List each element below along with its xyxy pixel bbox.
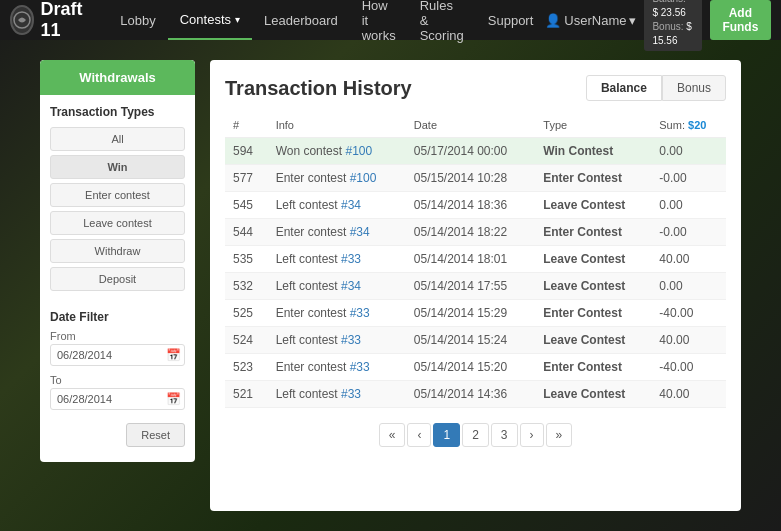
- page-2[interactable]: 2: [462, 423, 489, 447]
- cell-sum: -0.00: [651, 165, 726, 192]
- page-3[interactable]: 3: [491, 423, 518, 447]
- date-filter-title: Date Filter: [50, 310, 185, 324]
- cell-info: Left contest #33: [268, 327, 406, 354]
- to-calendar-icon: 📅: [166, 392, 181, 406]
- table-row: 525 Enter contest #33 05/14/2014 15:29 E…: [225, 300, 726, 327]
- info-link[interactable]: #33: [341, 252, 361, 266]
- cell-date: 05/14/2014 15:20: [406, 354, 535, 381]
- filter-withdraw[interactable]: Withdraw: [50, 239, 185, 263]
- nav-lobby[interactable]: Lobby: [108, 0, 167, 40]
- cell-sum: 0.00: [651, 273, 726, 300]
- cell-id: 594: [225, 138, 268, 165]
- cell-sum: 40.00: [651, 246, 726, 273]
- tab-bonus[interactable]: Bonus: [662, 75, 726, 101]
- username-button[interactable]: 👤 UserName ▾: [545, 13, 636, 28]
- navbar: Draft 11 Lobby Contests ▾ Leaderboard Ho…: [0, 0, 781, 40]
- table-row: 521 Left contest #33 05/14/2014 14:36 Le…: [225, 381, 726, 408]
- nav-contests[interactable]: Contests ▾: [168, 0, 252, 40]
- info-link[interactable]: #34: [341, 198, 361, 212]
- filter-enter-contest[interactable]: Enter contest: [50, 183, 185, 207]
- nav-support[interactable]: Support: [476, 0, 546, 40]
- table-row: 532 Left contest #34 05/14/2014 17:55 Le…: [225, 273, 726, 300]
- tab-balance[interactable]: Balance: [586, 75, 662, 101]
- date-filter-section: Date Filter From 📅 To 📅: [40, 300, 195, 423]
- table-row: 523 Enter contest #33 05/14/2014 15:20 E…: [225, 354, 726, 381]
- from-label: From: [50, 330, 185, 342]
- from-date-input[interactable]: [50, 344, 185, 366]
- to-label: To: [50, 374, 185, 386]
- cell-date: 05/17/2014 00:00: [406, 138, 535, 165]
- info-link[interactable]: #33: [341, 387, 361, 401]
- filter-win[interactable]: Win: [50, 155, 185, 179]
- cell-date: 05/14/2014 17:55: [406, 273, 535, 300]
- cell-date: 05/14/2014 15:29: [406, 300, 535, 327]
- table-row: 524 Left contest #33 05/14/2014 15:24 Le…: [225, 327, 726, 354]
- table-row: 535 Left contest #33 05/14/2014 18:01 Le…: [225, 246, 726, 273]
- add-funds-button[interactable]: Add Funds: [710, 0, 771, 40]
- col-header-info: Info: [268, 113, 406, 138]
- col-header-sum: Sum: $20: [651, 113, 726, 138]
- info-link[interactable]: #34: [350, 225, 370, 239]
- info-link[interactable]: #33: [341, 333, 361, 347]
- right-panel: Transaction History Balance Bonus # Info…: [210, 60, 741, 511]
- table-row: 577 Enter contest #100 05/15/2014 10:28 …: [225, 165, 726, 192]
- sum-total: $20: [688, 119, 706, 131]
- cell-type: Leave Contest: [535, 381, 651, 408]
- from-date-wrap: 📅: [50, 344, 185, 366]
- page-first[interactable]: «: [379, 423, 406, 447]
- col-header-id: #: [225, 113, 268, 138]
- cell-sum: 0.00: [651, 192, 726, 219]
- filter-leave-contest[interactable]: Leave contest: [50, 211, 185, 235]
- filter-deposit[interactable]: Deposit: [50, 267, 185, 291]
- cell-id: 525: [225, 300, 268, 327]
- cell-info: Enter contest #33: [268, 300, 406, 327]
- logo: Draft 11: [10, 0, 93, 41]
- sidebar: Withdrawals Transaction Types All Win En…: [40, 60, 195, 462]
- cell-type: Enter Contest: [535, 300, 651, 327]
- page-next[interactable]: ›: [520, 423, 544, 447]
- page-last[interactable]: »: [546, 423, 573, 447]
- cell-info: Left contest #33: [268, 381, 406, 408]
- info-link[interactable]: #33: [350, 306, 370, 320]
- cell-info: Left contest #34: [268, 273, 406, 300]
- col-header-type: Type: [535, 113, 651, 138]
- info-link[interactable]: #34: [341, 279, 361, 293]
- cell-info: Won contest #100: [268, 138, 406, 165]
- page-prev[interactable]: ‹: [407, 423, 431, 447]
- nav-how-it-works[interactable]: How it works: [350, 0, 408, 40]
- cell-type: Enter Contest: [535, 165, 651, 192]
- page-1[interactable]: 1: [433, 423, 460, 447]
- cell-info: Left contest #33: [268, 246, 406, 273]
- cell-date: 05/14/2014 18:01: [406, 246, 535, 273]
- to-date-input[interactable]: [50, 388, 185, 410]
- nav-rules-scoring[interactable]: Rules & Scoring: [408, 0, 476, 40]
- user-icon: 👤: [545, 13, 561, 28]
- cell-id: 545: [225, 192, 268, 219]
- table-header-row: # Info Date Type Sum: $20: [225, 113, 726, 138]
- table-row: 545 Left contest #34 05/14/2014 18:36 Le…: [225, 192, 726, 219]
- table-row: 544 Enter contest #34 05/14/2014 18:22 E…: [225, 219, 726, 246]
- logo-icon: [10, 5, 34, 35]
- cell-sum: 40.00: [651, 381, 726, 408]
- cell-date: 05/14/2014 15:24: [406, 327, 535, 354]
- cell-sum: -0.00: [651, 219, 726, 246]
- table-body: 594 Won contest #100 05/17/2014 00:00 Wi…: [225, 138, 726, 408]
- cell-info: Left contest #34: [268, 192, 406, 219]
- withdrawals-button[interactable]: Withdrawals: [40, 60, 195, 95]
- cell-type: Win Contest: [535, 138, 651, 165]
- from-calendar-icon: 📅: [166, 348, 181, 362]
- cell-id: 544: [225, 219, 268, 246]
- info-link[interactable]: #33: [350, 360, 370, 374]
- to-date-wrap: 📅: [50, 388, 185, 410]
- cell-date: 05/14/2014 18:22: [406, 219, 535, 246]
- cell-date: 05/14/2014 18:36: [406, 192, 535, 219]
- balance-box: Balans: $ 23.56 Bonus: $ 15.56: [644, 0, 701, 51]
- filter-all[interactable]: All: [50, 127, 185, 151]
- cell-id: 532: [225, 273, 268, 300]
- info-link[interactable]: #100: [350, 171, 377, 185]
- info-link[interactable]: #100: [345, 144, 372, 158]
- nav-leaderboard[interactable]: Leaderboard: [252, 0, 350, 40]
- cell-type: Enter Contest: [535, 219, 651, 246]
- table-row: 594 Won contest #100 05/17/2014 00:00 Wi…: [225, 138, 726, 165]
- reset-button[interactable]: Reset: [126, 423, 185, 447]
